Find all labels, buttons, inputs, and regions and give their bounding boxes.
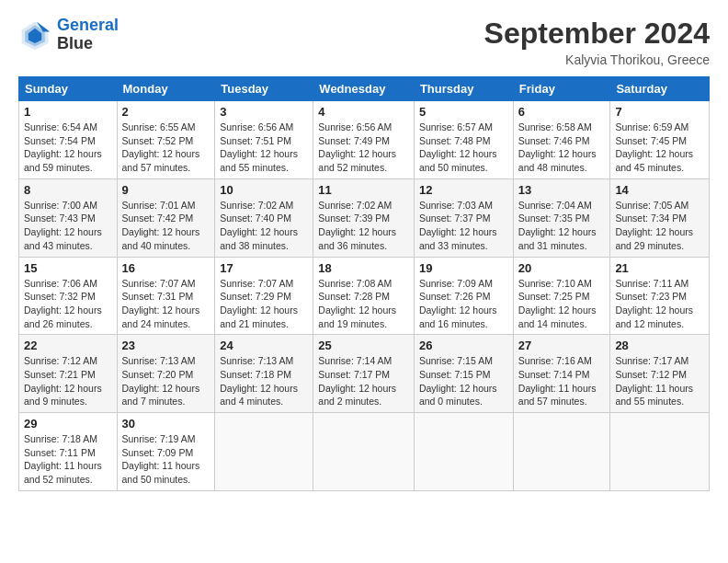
day-cell: 12Sunrise: 7:03 AM Sunset: 7:37 PM Dayli… — [414, 178, 513, 257]
day-info: Sunrise: 7:15 AM Sunset: 7:15 PM Dayligh… — [419, 354, 508, 408]
weekday-header-thursday: Thursday — [414, 77, 513, 101]
weekday-header-tuesday: Tuesday — [215, 77, 313, 101]
day-cell: 9Sunrise: 7:01 AM Sunset: 7:42 PM Daylig… — [117, 178, 215, 257]
day-info: Sunrise: 7:05 AM Sunset: 7:34 PM Dayligh… — [615, 199, 704, 253]
day-cell: 25Sunrise: 7:14 AM Sunset: 7:17 PM Dayli… — [313, 335, 415, 413]
day-info: Sunrise: 7:04 AM Sunset: 7:35 PM Dayligh… — [518, 199, 606, 253]
day-number: 1 — [24, 105, 112, 119]
day-info: Sunrise: 6:56 AM Sunset: 7:49 PM Dayligh… — [318, 121, 409, 175]
day-number: 12 — [419, 183, 508, 197]
day-info: Sunrise: 7:17 AM Sunset: 7:12 PM Dayligh… — [615, 354, 704, 408]
day-cell: 26Sunrise: 7:15 AM Sunset: 7:15 PM Dayli… — [414, 335, 513, 413]
day-number: 7 — [615, 105, 704, 119]
week-row-3: 15Sunrise: 7:06 AM Sunset: 7:32 PM Dayli… — [19, 257, 710, 335]
day-number: 11 — [318, 183, 409, 197]
day-cell: 8Sunrise: 7:00 AM Sunset: 7:43 PM Daylig… — [19, 178, 118, 257]
month-title: September 2024 — [484, 17, 710, 51]
day-number: 20 — [518, 261, 606, 275]
day-info: Sunrise: 7:06 AM Sunset: 7:32 PM Dayligh… — [24, 277, 112, 331]
day-info: Sunrise: 7:07 AM Sunset: 7:29 PM Dayligh… — [220, 277, 308, 331]
calendar-table: SundayMondayTuesdayWednesdayThursdayFrid… — [18, 76, 710, 491]
day-info: Sunrise: 7:14 AM Sunset: 7:17 PM Dayligh… — [318, 354, 409, 408]
day-number: 5 — [419, 105, 508, 119]
day-info: Sunrise: 7:13 AM Sunset: 7:20 PM Dayligh… — [122, 354, 210, 408]
day-cell: 14Sunrise: 7:05 AM Sunset: 7:34 PM Dayli… — [610, 178, 710, 257]
day-info: Sunrise: 7:02 AM Sunset: 7:39 PM Dayligh… — [318, 199, 409, 253]
day-cell: 2Sunrise: 6:55 AM Sunset: 7:52 PM Daylig… — [117, 101, 215, 179]
day-number: 4 — [318, 105, 409, 119]
day-cell: 29Sunrise: 7:18 AM Sunset: 7:11 PM Dayli… — [19, 413, 118, 491]
day-cell: 10Sunrise: 7:02 AM Sunset: 7:40 PM Dayli… — [215, 178, 313, 257]
day-number: 15 — [24, 261, 112, 275]
day-info: Sunrise: 7:19 AM Sunset: 7:09 PM Dayligh… — [122, 432, 210, 487]
day-number: 25 — [318, 339, 409, 352]
day-info: Sunrise: 7:10 AM Sunset: 7:25 PM Dayligh… — [518, 277, 606, 331]
logo-icon — [18, 18, 51, 52]
day-cell: 5Sunrise: 6:57 AM Sunset: 7:48 PM Daylig… — [414, 101, 513, 179]
day-cell — [513, 413, 610, 491]
day-cell — [313, 413, 415, 491]
day-number: 21 — [615, 261, 704, 275]
day-info: Sunrise: 7:02 AM Sunset: 7:40 PM Dayligh… — [220, 199, 308, 253]
day-cell: 6Sunrise: 6:58 AM Sunset: 7:46 PM Daylig… — [513, 101, 610, 179]
day-number: 13 — [518, 183, 606, 197]
day-cell: 13Sunrise: 7:04 AM Sunset: 7:35 PM Dayli… — [513, 178, 610, 257]
day-info: Sunrise: 7:00 AM Sunset: 7:43 PM Dayligh… — [24, 199, 112, 253]
day-cell: 16Sunrise: 7:07 AM Sunset: 7:31 PM Dayli… — [117, 257, 215, 335]
day-info: Sunrise: 7:09 AM Sunset: 7:26 PM Dayligh… — [419, 277, 508, 331]
location: Kalyvia Thorikou, Greece — [484, 52, 710, 67]
day-info: Sunrise: 7:03 AM Sunset: 7:37 PM Dayligh… — [419, 199, 508, 253]
weekday-header-wednesday: Wednesday — [313, 77, 415, 101]
day-number: 9 — [122, 183, 210, 197]
day-cell: 19Sunrise: 7:09 AM Sunset: 7:26 PM Dayli… — [414, 257, 513, 335]
day-cell: 1Sunrise: 6:54 AM Sunset: 7:54 PM Daylig… — [19, 101, 118, 179]
day-number: 23 — [122, 339, 210, 352]
day-cell: 3Sunrise: 6:56 AM Sunset: 7:51 PM Daylig… — [215, 101, 313, 179]
day-info: Sunrise: 6:56 AM Sunset: 7:51 PM Dayligh… — [220, 121, 308, 175]
logo-text: GeneralBlue — [57, 17, 119, 53]
day-cell: 7Sunrise: 6:59 AM Sunset: 7:45 PM Daylig… — [610, 101, 710, 179]
week-row-4: 22Sunrise: 7:12 AM Sunset: 7:21 PM Dayli… — [19, 335, 710, 413]
logo: GeneralBlue — [18, 17, 119, 53]
week-row-1: 1Sunrise: 6:54 AM Sunset: 7:54 PM Daylig… — [19, 101, 710, 179]
day-info: Sunrise: 7:08 AM Sunset: 7:28 PM Dayligh… — [318, 277, 409, 331]
day-number: 16 — [122, 261, 210, 275]
day-info: Sunrise: 7:11 AM Sunset: 7:23 PM Dayligh… — [615, 277, 704, 331]
day-number: 8 — [24, 183, 112, 197]
weekday-header-saturday: Saturday — [610, 77, 710, 101]
day-info: Sunrise: 7:16 AM Sunset: 7:14 PM Dayligh… — [518, 354, 606, 408]
page: GeneralBlue September 2024 Kalyvia Thori… — [0, 0, 728, 563]
day-info: Sunrise: 6:55 AM Sunset: 7:52 PM Dayligh… — [122, 121, 210, 175]
day-number: 3 — [220, 105, 308, 119]
day-info: Sunrise: 6:57 AM Sunset: 7:48 PM Dayligh… — [419, 121, 508, 175]
week-row-2: 8Sunrise: 7:00 AM Sunset: 7:43 PM Daylig… — [19, 178, 710, 257]
day-cell — [215, 413, 313, 491]
day-number: 30 — [122, 417, 210, 431]
day-info: Sunrise: 6:59 AM Sunset: 7:45 PM Dayligh… — [615, 121, 704, 175]
day-number: 22 — [24, 339, 112, 352]
day-cell: 20Sunrise: 7:10 AM Sunset: 7:25 PM Dayli… — [513, 257, 610, 335]
day-number: 28 — [615, 339, 704, 352]
day-info: Sunrise: 7:01 AM Sunset: 7:42 PM Dayligh… — [122, 199, 210, 253]
day-info: Sunrise: 7:12 AM Sunset: 7:21 PM Dayligh… — [24, 354, 112, 408]
week-row-5: 29Sunrise: 7:18 AM Sunset: 7:11 PM Dayli… — [19, 413, 710, 491]
day-number: 26 — [419, 339, 508, 352]
weekday-header-monday: Monday — [117, 77, 215, 101]
day-cell: 28Sunrise: 7:17 AM Sunset: 7:12 PM Dayli… — [610, 335, 710, 413]
day-cell: 15Sunrise: 7:06 AM Sunset: 7:32 PM Dayli… — [19, 257, 118, 335]
weekday-header-friday: Friday — [513, 77, 610, 101]
day-cell: 18Sunrise: 7:08 AM Sunset: 7:28 PM Dayli… — [313, 257, 415, 335]
day-cell: 27Sunrise: 7:16 AM Sunset: 7:14 PM Dayli… — [513, 335, 610, 413]
day-number: 27 — [518, 339, 606, 352]
day-number: 17 — [220, 261, 308, 275]
title-block: September 2024 Kalyvia Thorikou, Greece — [484, 17, 710, 67]
day-cell: 21Sunrise: 7:11 AM Sunset: 7:23 PM Dayli… — [610, 257, 710, 335]
day-cell: 11Sunrise: 7:02 AM Sunset: 7:39 PM Dayli… — [313, 178, 415, 257]
day-info: Sunrise: 6:54 AM Sunset: 7:54 PM Dayligh… — [24, 121, 112, 175]
day-number: 29 — [24, 417, 112, 431]
day-number: 6 — [518, 105, 606, 119]
header: GeneralBlue September 2024 Kalyvia Thori… — [18, 17, 710, 67]
day-info: Sunrise: 7:13 AM Sunset: 7:18 PM Dayligh… — [220, 354, 308, 408]
day-cell: 17Sunrise: 7:07 AM Sunset: 7:29 PM Dayli… — [215, 257, 313, 335]
day-cell — [610, 413, 710, 491]
